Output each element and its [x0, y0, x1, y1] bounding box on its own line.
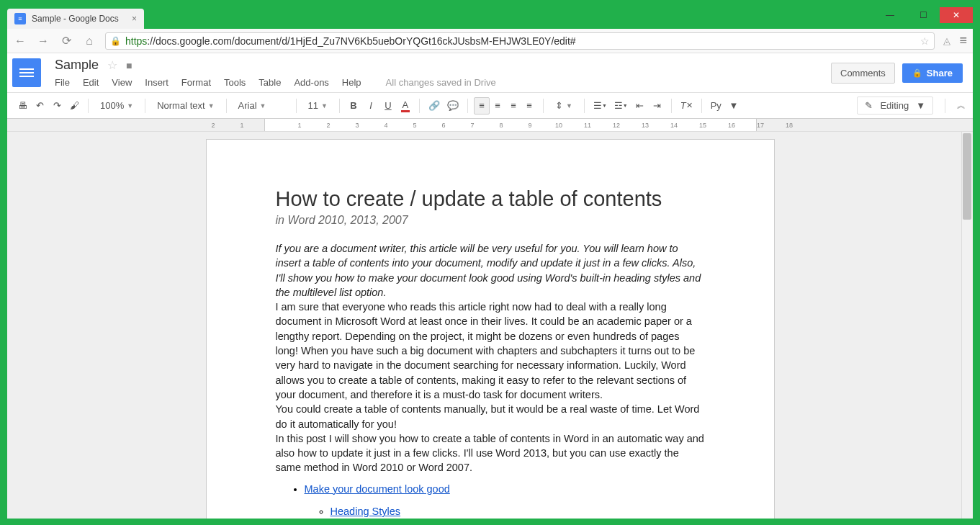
doc-intro: If you are a document writer, this artic…: [276, 241, 705, 300]
tab-close-icon[interactable]: ×: [132, 14, 137, 24]
decrease-indent-icon[interactable]: ⇤: [632, 97, 648, 115]
share-label: Share: [927, 68, 953, 78]
menu-tools[interactable]: Tools: [224, 77, 246, 88]
print-icon[interactable]: 🖶: [14, 97, 30, 115]
menu-format[interactable]: Format: [181, 77, 211, 88]
text-color-icon[interactable]: A: [397, 97, 413, 115]
menu-view[interactable]: View: [112, 77, 132, 88]
docs-favicon-icon: ≡: [14, 13, 26, 24]
desktop-background: — ☐ ✕ ≡ Sample - Google Docs × ← → ⟳ ⌂ 🔒…: [0, 0, 980, 525]
docs-header: Sample ☆ ■ File Edit View Insert Format …: [7, 53, 973, 93]
reload-button[interactable]: ⟳: [59, 34, 73, 48]
window-controls: — ☐ ✕: [873, 7, 973, 14]
collapse-toolbar-icon[interactable]: ︽: [957, 99, 966, 112]
lock-icon: 🔒: [110, 36, 121, 46]
align-group: ≡ ≡ ≡ ≡: [474, 97, 537, 115]
line-spacing-icon[interactable]: ⇕▼: [549, 97, 578, 115]
back-button[interactable]: ←: [13, 35, 27, 48]
italic-icon[interactable]: I: [363, 97, 379, 115]
ruler[interactable]: 21123456789101112131415161718: [7, 119, 973, 132]
chrome-menu-icon[interactable]: ≡: [959, 33, 967, 48]
save-status: All changes saved in Drive: [386, 77, 496, 88]
doc-p2: I am sure that everyone who reads this a…: [276, 300, 705, 402]
document-area: How to create / update a table of conten…: [7, 132, 973, 519]
bulleted-list-icon[interactable]: ☲▼: [611, 97, 631, 115]
numbered-list-icon[interactable]: ☰▼: [590, 97, 610, 115]
link-icon[interactable]: 🔗: [426, 97, 443, 115]
align-left-icon[interactable]: ≡: [474, 97, 490, 115]
browser-toolbar: ← → ⟳ ⌂ 🔒 https://docs.google.com/docume…: [7, 29, 973, 53]
document-page[interactable]: How to create / update a table of conten…: [206, 139, 775, 519]
zoom-dropdown[interactable]: 100%▼: [94, 97, 139, 115]
share-lock-icon: 🔒: [912, 68, 922, 78]
doc-heading: How to create / update a table of conten…: [276, 187, 705, 211]
input-tools-caret-icon[interactable]: ▼: [726, 97, 742, 115]
browser-tab[interactable]: ≡ Sample - Google Docs ×: [7, 9, 144, 29]
paint-format-icon[interactable]: 🖌: [66, 97, 82, 115]
forward-button[interactable]: →: [36, 35, 50, 48]
folder-icon[interactable]: ■: [126, 60, 132, 71]
underline-icon[interactable]: U: [380, 97, 396, 115]
menu-help[interactable]: Help: [342, 77, 361, 88]
drive-icon[interactable]: ◬: [943, 35, 950, 46]
font-dropdown[interactable]: Arial▼: [233, 97, 290, 115]
maximize-button[interactable]: ☐: [907, 7, 940, 23]
url-scheme: https: [125, 35, 147, 47]
formatting-toolbar: 🖶 ↶ ↷ 🖌 100%▼ Normal text▼ Arial▼ 11▼ B …: [7, 93, 973, 119]
url-path: ://docs.google.com/document/d/1HjEd_Zu7N…: [147, 35, 575, 47]
align-right-icon[interactable]: ≡: [505, 97, 521, 115]
doc-subtitle: in Word 2010, 2013, 2007: [276, 214, 705, 227]
redo-icon[interactable]: ↷: [49, 97, 65, 115]
star-icon[interactable]: ☆: [107, 58, 117, 72]
menu-edit[interactable]: Edit: [83, 77, 99, 88]
editing-mode-dropdown[interactable]: ✎ Editing ▼: [857, 97, 933, 115]
doc-p3: You could create a table of contents man…: [276, 402, 705, 431]
menu-file[interactable]: File: [55, 77, 70, 88]
browser-tab-strip: ≡ Sample - Google Docs ×: [7, 7, 973, 29]
toc-link-1[interactable]: Make your document look good: [305, 483, 450, 495]
style-dropdown[interactable]: Normal text▼: [151, 97, 220, 115]
chrome-window: — ☐ ✕ ≡ Sample - Google Docs × ← → ⟳ ⌂ 🔒…: [7, 7, 973, 518]
vertical-scrollbar[interactable]: [961, 132, 973, 519]
scrollbar-thumb[interactable]: [963, 133, 971, 220]
docs-logo[interactable]: [7, 53, 46, 92]
comments-button[interactable]: Comments: [831, 63, 895, 84]
share-button[interactable]: 🔒 Share: [902, 63, 963, 83]
pencil-icon: ✎: [865, 100, 873, 111]
minimize-button[interactable]: —: [873, 7, 907, 23]
py-icon[interactable]: Py: [708, 97, 724, 115]
bookmark-star-icon[interactable]: ☆: [920, 35, 930, 47]
menu-addons[interactable]: Add-ons: [294, 77, 328, 88]
menu-insert[interactable]: Insert: [145, 77, 168, 88]
clear-formatting-icon[interactable]: T✕: [678, 97, 696, 115]
doc-p4: In this post I will show you how to crea…: [276, 431, 705, 475]
close-button[interactable]: ✕: [940, 7, 973, 23]
menu-table[interactable]: Table: [259, 77, 281, 88]
font-size-dropdown[interactable]: 11▼: [302, 97, 333, 115]
increase-indent-icon[interactable]: ⇥: [649, 97, 665, 115]
align-justify-icon[interactable]: ≡: [521, 97, 537, 115]
undo-icon[interactable]: ↶: [32, 97, 48, 115]
home-button[interactable]: ⌂: [82, 35, 96, 48]
tab-title: Sample - Google Docs: [32, 14, 119, 24]
document-title[interactable]: Sample: [55, 58, 99, 73]
address-bar[interactable]: 🔒 https://docs.google.com/document/d/1Hj…: [105, 32, 935, 50]
align-center-icon[interactable]: ≡: [490, 97, 505, 115]
toc-link-1a[interactable]: Heading Styles: [331, 506, 401, 517]
editing-label: Editing: [880, 100, 909, 111]
comment-icon[interactable]: 💬: [444, 97, 462, 115]
bold-icon[interactable]: B: [346, 97, 361, 115]
menu-bar: File Edit View Insert Format Tools Table…: [55, 73, 821, 92]
